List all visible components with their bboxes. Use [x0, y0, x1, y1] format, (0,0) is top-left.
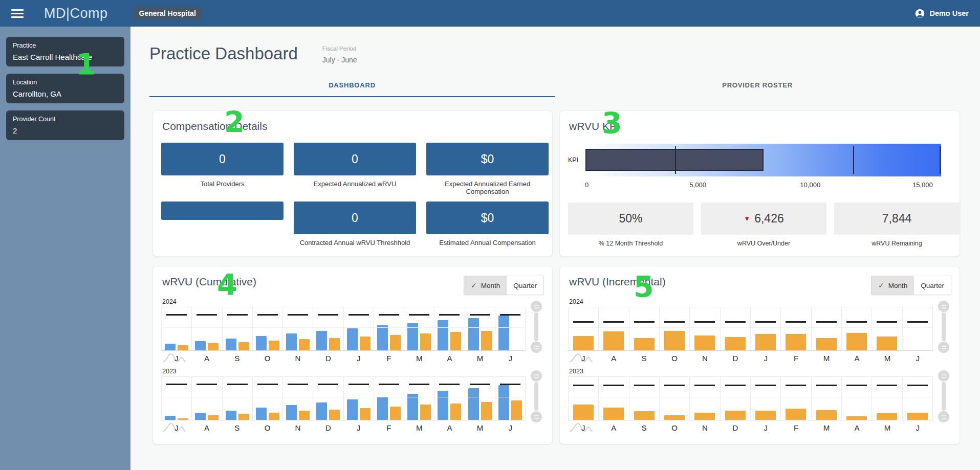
- scrollbar-bottom-handle[interactable]: [938, 342, 949, 353]
- scrollbar-top-handle[interactable]: [938, 370, 949, 382]
- scrollbar-track[interactable]: [942, 382, 946, 411]
- cumulative-actual-bar: [360, 408, 371, 420]
- month-cell: [253, 377, 283, 420]
- annotation-number-4: 4: [217, 271, 237, 300]
- target-dash: [755, 385, 776, 386]
- user-menu[interactable]: Demo User: [915, 9, 969, 18]
- cumulative-actual-bar: [208, 343, 219, 350]
- scrollbar-bottom-handle[interactable]: [531, 342, 542, 353]
- cumulative-expected-bar: [286, 333, 297, 350]
- kpi-bullet-band: [585, 144, 941, 176]
- scrollbar-track[interactable]: [534, 312, 538, 341]
- scrollbar-top-handle[interactable]: [938, 301, 949, 312]
- kpi-stats-row: 50%% 12 Month Threshold▼6,426wRVU Over/U…: [568, 203, 951, 247]
- menu-icon[interactable]: [11, 9, 24, 18]
- chart-scrollbar[interactable]: [530, 370, 542, 422]
- cumulative-actual-bar: [238, 342, 249, 350]
- month-cell: [872, 307, 902, 350]
- scrollbar-bottom-handle[interactable]: [938, 411, 949, 422]
- target-dash: [197, 314, 217, 316]
- cumulative-expected-bar: [498, 316, 509, 350]
- toggle-month-button[interactable]: ✓ Month: [872, 276, 914, 295]
- kpi-measure-bar: [585, 149, 764, 171]
- cumulative-actual-bar: [511, 400, 522, 420]
- target-dash: [907, 321, 928, 323]
- incremental-actual-bar: [725, 337, 746, 350]
- month-cell: [434, 307, 465, 350]
- value-box-label: Expected Annualized wRVU: [294, 180, 416, 188]
- incremental-chart: 2024JASONDJFMAMJ2023JASONDJFMAMJ: [568, 298, 951, 432]
- month-label: S: [629, 420, 659, 432]
- incremental-actual-bar: [634, 338, 655, 350]
- scrollbar-track[interactable]: [942, 312, 946, 341]
- gridline: [161, 327, 526, 328]
- toggle-quarter-button[interactable]: Quarter: [507, 276, 543, 295]
- month-label: A: [191, 420, 222, 432]
- toggle-quarter-button[interactable]: Quarter: [914, 276, 951, 295]
- target-dash: [227, 314, 248, 316]
- tab-bar: DASHBOARD PROVIDER ROSTER: [149, 76, 960, 97]
- target-dash: [470, 384, 490, 385]
- month-label: F: [781, 420, 811, 432]
- gridline: [568, 327, 933, 328]
- month-cell: [223, 377, 253, 420]
- compensation-item: 0Total Providers: [161, 143, 284, 195]
- incremental-actual-bar: [725, 411, 746, 420]
- year-block-2023: 2023JASONDJFMAMJ: [161, 368, 544, 432]
- month-label: F: [374, 420, 404, 432]
- tab-provider-roster[interactable]: PROVIDER ROSTER: [555, 76, 960, 97]
- bar-group: [751, 377, 780, 420]
- cumulative-expected-bar: [316, 402, 327, 420]
- incremental-actual-bar: [694, 335, 715, 350]
- annotation-number-2: 2: [224, 108, 245, 137]
- cumulative-actual-bar: [299, 411, 310, 420]
- target-dash: [816, 385, 837, 386]
- month-cell: [495, 377, 526, 420]
- incremental-actual-bar: [846, 333, 867, 350]
- cumulative-expected-bar: [468, 318, 479, 350]
- incremental-actual-bar: [755, 411, 776, 420]
- target-dash: [409, 314, 429, 316]
- bar-group: [660, 377, 689, 420]
- month-cell: [812, 377, 842, 420]
- scrollbar-bottom-handle[interactable]: [531, 411, 542, 422]
- kpi-stat-value: 50%: [568, 203, 693, 235]
- cumulative-actual-bar: [178, 418, 188, 420]
- sidebar-card-provider-count[interactable]: Provider Count2: [6, 110, 124, 140]
- chart-scrollbar[interactable]: [938, 370, 950, 422]
- bar-group: [842, 307, 872, 350]
- sidebar-card-location[interactable]: LocationCarrollton, GA: [6, 74, 124, 103]
- sidebar-card-practice[interactable]: PracticeEast Carroll Healthcare: [6, 37, 124, 66]
- compensation-item: 0Contracted Annual wRVU Threshhold: [294, 202, 416, 247]
- card-title: wRVU KPI: [569, 120, 951, 132]
- target-dash: [877, 321, 897, 323]
- scrollbar-top-handle[interactable]: [531, 370, 542, 382]
- month-label: N: [690, 351, 720, 363]
- tab-dashboard[interactable]: DASHBOARD: [149, 76, 555, 97]
- scrollbar-track[interactable]: [534, 382, 538, 411]
- chart-scrollbar[interactable]: [530, 301, 542, 353]
- toggle-month-button[interactable]: ✓ Month: [464, 276, 507, 295]
- cumulative-expected-bar: [226, 339, 236, 350]
- gridline: [161, 397, 526, 397]
- target-dash: [907, 385, 928, 386]
- chart-scrollbar[interactable]: [938, 301, 950, 353]
- sidebar-card-label: Location: [13, 79, 118, 86]
- month-label: J: [495, 351, 526, 363]
- compensation-details-card: Compensation Details 0Total Providers0Ex…: [153, 110, 553, 257]
- month-label: J: [343, 351, 374, 363]
- scrollbar-top-handle[interactable]: [531, 301, 542, 312]
- bar-group: [781, 307, 811, 350]
- month-label: N: [282, 351, 313, 363]
- compensation-item: $0Expected Annualized Earned Compensatio…: [426, 143, 549, 195]
- top-navbar: MD|Comp General Hospital Demo User: [0, 0, 980, 27]
- value-box-label: Expected Annualized Earned Compensation: [426, 180, 549, 195]
- month-label: F: [374, 351, 404, 363]
- cumulative-actual-bar: [299, 339, 310, 350]
- month-label: M: [811, 420, 841, 432]
- month-label: J: [751, 351, 781, 363]
- month-cell: [751, 307, 781, 350]
- kpi-axis-tick-label: 5,000: [689, 181, 706, 189]
- incremental-actual-bar: [603, 331, 624, 350]
- stat-value-text: 50%: [619, 212, 642, 226]
